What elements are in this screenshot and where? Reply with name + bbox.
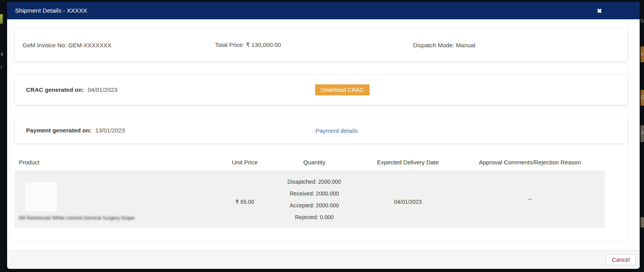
- invoice-value: GEM-XXXXXXX: [68, 42, 111, 48]
- quantity-dispatched: Disaptched: 2000.000: [287, 178, 341, 186]
- total-price: Total Price: ₹ 130,000.00: [215, 41, 281, 48]
- quantity-cell: Disaptched: 2000.000 Received: 2000.000 …: [287, 171, 341, 228]
- close-icon[interactable]: ✖: [597, 8, 602, 14]
- column-header-product: Product: [19, 159, 39, 166]
- product-name: 3M Reinforced White colored General Surg…: [19, 215, 135, 221]
- table-header-row: Product Unit Price Quantity Expected Del…: [7, 159, 640, 170]
- payment-date: 13/01/2023: [95, 127, 125, 134]
- quantity-rejected: Rejected: 0.000: [295, 213, 334, 221]
- crac-date: 04/01/2023: [88, 86, 117, 93]
- dispatch-mode-label: Dispatch Mode:: [413, 42, 454, 48]
- cancel-button[interactable]: Cancel: [606, 254, 636, 265]
- download-crac-button[interactable]: Download CRAC: [315, 84, 370, 95]
- quantity-received: Received: 2000.000: [290, 190, 339, 197]
- product-image: [25, 182, 57, 212]
- background-page-fragment: r: [1, 65, 2, 70]
- quantity-accepted: Accepted: 2000.000: [290, 201, 339, 209]
- table-row: 3M Reinforced White colored General Surg…: [15, 171, 605, 228]
- crac-generated-on: CRAC generated on: 04/01/2023: [26, 86, 117, 93]
- background-page-fragment: [640, 217, 644, 227]
- gem-invoice-number: GeM Invoice No: GEM-XXXXXXX: [23, 42, 111, 48]
- column-header-unit-price: Unit Price: [232, 159, 257, 166]
- payment-label: Payment generated on:: [26, 127, 92, 134]
- payment-details-link[interactable]: Payment details: [315, 127, 358, 134]
- dispatch-mode: Dispatch Mode: Manual: [413, 42, 475, 48]
- dispatch-mode-value: Manual: [456, 42, 475, 48]
- product-image-thumbnail: [27, 184, 55, 209]
- background-page-fragment: [0, 14, 3, 24]
- modal-footer: Cancel: [7, 250, 640, 269]
- background-page-fragment: v: [641, 52, 643, 56]
- payment-generated-on: Payment generated on: 13/01/2023: [26, 127, 125, 134]
- crac-card: CRAC generated on: 04/01/2023 Download C…: [15, 75, 627, 105]
- background-page-fragment: a: [641, 130, 644, 135]
- invoice-summary-card: GeM Invoice No: GEM-XXXXXXX Total Price:…: [15, 28, 627, 61]
- background-page-fragment: C: [641, 95, 644, 100]
- unit-price-value: ₹ 65.00: [235, 199, 254, 205]
- invoice-label: GeM Invoice No:: [23, 42, 67, 48]
- background-page-fragment: €: [1, 52, 4, 57]
- total-price-label: Total Price:: [215, 41, 244, 48]
- payment-card: Payment generated on: 13/01/2023 Payment…: [15, 117, 627, 143]
- column-header-expected-delivery-date: Expected Delivery Date: [377, 159, 439, 166]
- crac-label: CRAC generated on:: [26, 86, 84, 93]
- modal-header: Shipment Details - XXXXX ✖: [7, 2, 640, 19]
- column-header-approval-comments: Approval Comments/Rejection Reason: [479, 159, 581, 166]
- approval-comments-value: --: [528, 196, 531, 202]
- modal-title: Shipment Details - XXXXX: [15, 2, 87, 19]
- total-price-value: ₹ 130,000.00: [246, 41, 281, 48]
- shipment-details-modal: Shipment Details - XXXXX ✖ GeM Invoice N…: [7, 2, 640, 269]
- background-page-fragment: Sa: [640, 19, 644, 23]
- column-header-quantity: Quantity: [303, 159, 325, 166]
- expected-delivery-date-value: 04/01/2023: [394, 199, 422, 205]
